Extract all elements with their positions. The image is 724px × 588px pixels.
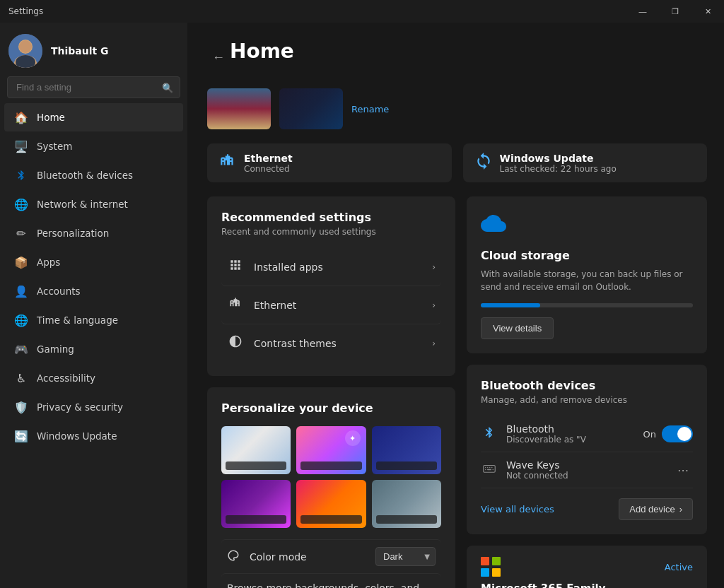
theme-card-5[interactable] [296,480,366,528]
recommended-subtitle: Recent and commonly used settings [221,227,441,237]
installed-apps-arrow: › [432,262,436,272]
ethernet-card-text: Ethernet Connected [244,153,293,174]
sidebar-item-personalization[interactable]: ✏️ Personalization [4,219,183,247]
user-section[interactable]: Thibault G [0,23,187,76]
theme-card-4[interactable] [221,480,291,528]
accessibility-icon: ♿ [14,371,28,385]
wave-keys-status: Not connected [506,471,665,481]
color-mode-label: Color mode [250,551,366,563]
add-device-arrow: › [679,504,682,514]
ms365-active-badge: Active [665,562,693,572]
page-title: Home [230,40,294,63]
accounts-icon: 👤 [14,284,28,298]
sidebar-item-network-label: Network & internet [37,199,128,210]
theme-grid: ✦ [221,426,441,528]
personalize-title: Personalize your device [221,401,441,415]
sidebar-item-home[interactable]: 🏠 Home [4,103,183,131]
search-input[interactable] [7,76,180,98]
add-device-button[interactable]: Add device › [619,498,693,520]
settings-item-ethernet[interactable]: Ethernet › [221,286,441,324]
sidebar-item-accessibility[interactable]: ♿ Accessibility [4,364,183,392]
sidebar-item-windows-update[interactable]: 🔄 Windows Update [4,422,183,450]
svg-point-3 [19,40,32,53]
windows-update-card[interactable]: Windows Update Last checked: 22 hours ag… [463,143,708,182]
ms365-sq-red [481,557,489,565]
cloud-storage-title: Cloud storage [481,249,693,262]
theme-card-6[interactable] [372,480,441,528]
sidebar-item-apps[interactable]: 📦 Apps [4,248,183,276]
search-box: 🔍 [7,76,180,98]
installed-apps-label: Installed apps [254,261,422,273]
wave-keys-row: Wave Keys Not connected ⋯ [481,452,693,488]
sidebar-item-home-label: Home [37,112,65,123]
sidebar-item-bluetooth-label: Bluetooth & devices [37,170,133,181]
toggle-thumb [677,427,691,441]
color-mode-row[interactable]: Color mode Light Dark Custom ▼ [221,539,441,573]
sidebar: Thibault G 🔍 🏠 Home 🖥️ System Bluetooth … [0,23,187,588]
theme-mini-bar-5 [300,515,361,524]
bluetooth-main-status: Discoverable as "V [506,435,635,445]
settings-item-installed-apps[interactable]: Installed apps › [221,248,441,286]
theme-card-2[interactable]: ✦ [296,426,366,474]
sidebar-item-system-label: System [37,141,72,152]
theme-card-3[interactable] [372,426,441,474]
personalize-card: Personalize your device ✦ [207,387,455,588]
maximize-button[interactable]: ❐ [659,0,691,23]
theme-card-1[interactable] [221,426,291,474]
windows-update-label: Windows Update [500,153,617,164]
bluetooth-toggle[interactable] [662,425,693,442]
wave-keys-menu-button[interactable]: ⋯ [673,461,693,480]
sidebar-item-gaming[interactable]: 🎮 Gaming [4,335,183,363]
minimize-button[interactable]: — [626,0,659,23]
theme-thumb-landscape[interactable] [207,88,271,129]
svg-rect-5 [484,466,496,473]
privacy-icon: 🛡️ [14,400,28,414]
back-button[interactable]: ← [207,47,230,69]
storage-bar-fill [481,303,540,307]
bluetooth-main-row: Bluetooth Discoverable as "V On [481,416,693,452]
contrast-icon [227,334,244,352]
ms365-sq-blue [481,568,489,577]
titlebar: Settings — ❐ ✕ [0,0,724,23]
ms365-title: Microsoft 365 Family [481,582,693,588]
bluetooth-icon [14,168,28,182]
sidebar-nav: 🏠 Home 🖥️ System Bluetooth & devices 🌐 N… [0,102,187,451]
sidebar-item-time-label: Time & language [37,314,118,326]
view-details-button[interactable]: View details [481,317,554,339]
bluetooth-main-icon [481,426,498,442]
ethernet-arrow: › [432,300,436,310]
close-button[interactable]: ✕ [691,0,724,23]
sidebar-item-time[interactable]: 🌐 Time & language [4,306,183,334]
app-body: Thibault G 🔍 🏠 Home 🖥️ System Bluetooth … [0,23,724,588]
home-icon: 🏠 [14,110,28,124]
ethernet-card[interactable]: Ethernet Connected [207,143,452,182]
sidebar-item-windows-update-label: Windows Update [37,430,117,442]
settings-item-contrast[interactable]: Contrast themes › [221,324,441,362]
avatar [8,34,42,68]
rename-link[interactable]: Rename [351,104,389,114]
right-column: Cloud storage With available storage, yo… [467,196,707,588]
sidebar-item-accessibility-label: Accessibility [37,372,95,384]
color-mode-select[interactable]: Light Dark Custom [375,547,436,566]
theme-mini-bar-4 [226,515,286,524]
contrast-label: Contrast themes [254,338,422,349]
two-col-layout: Recommended settings Recent and commonly… [207,196,707,588]
sidebar-item-network[interactable]: 🌐 Network & internet [4,190,183,218]
theme-preview-row: Rename [207,88,707,129]
sidebar-item-bluetooth[interactable]: Bluetooth & devices [4,161,183,189]
view-all-devices-link[interactable]: View all devices [481,504,554,514]
windows-update-card-icon [474,152,493,174]
sidebar-item-accounts[interactable]: 👤 Accounts [4,277,183,305]
browse-themes-row[interactable]: Browse more backgrounds, colors, and the… [221,573,441,588]
sidebar-item-apps-label: Apps [37,257,60,268]
app-title: Settings [8,6,43,16]
sidebar-item-privacy-label: Privacy & security [37,401,123,413]
ethernet-label: Ethernet [244,153,293,164]
windows-update-card-text: Windows Update Last checked: 22 hours ag… [500,153,617,174]
theme-mini-bar-1 [226,461,286,470]
sidebar-item-privacy[interactable]: 🛡️ Privacy & security [4,393,183,421]
cloud-storage-card: Cloud storage With available storage, yo… [467,196,707,353]
sidebar-item-system[interactable]: 🖥️ System [4,132,183,160]
ms365-sq-green [492,557,501,565]
theme-thumb-dark[interactable] [279,88,343,129]
